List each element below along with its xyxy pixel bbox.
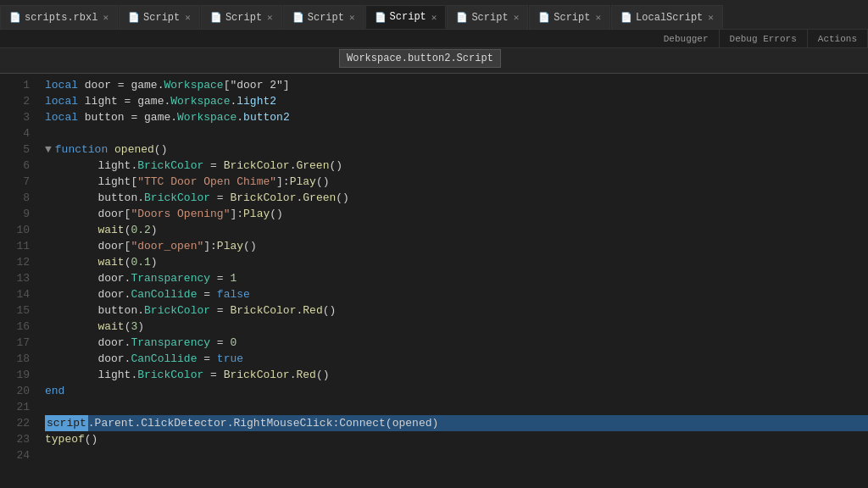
tab-label: Script [554,12,590,24]
close-icon[interactable]: ✕ [349,12,355,23]
line-num: 13 [0,270,30,286]
code-line-4 [45,125,868,141]
line-num: 3 [0,109,30,125]
line-num: 21 [0,399,30,415]
code-line-14: door.CanCollide = false [45,286,868,302]
line-num: 24 [0,447,30,463]
line-num: 7 [0,174,30,190]
tab-scripts-rbxl[interactable]: 📄 scripts.rbxl ✕ [0,5,118,29]
close-icon[interactable]: ✕ [185,12,191,23]
tab-localscript[interactable]: 📄 LocalScript ✕ [611,5,723,29]
code-line-12: wait(0.1) [45,254,868,270]
script-icon: 📄 [210,12,222,23]
close-icon[interactable]: ✕ [431,12,437,23]
line-num: 4 [0,125,30,141]
code-line-5: ▼function opened() [45,141,868,158]
tab-label: Script [225,12,262,24]
code-line-10: wait(0.2) [45,222,868,238]
line-numbers: 1 2 3 4 5 6 7 8 9 10 11 12 13 14 15 16 1… [0,74,38,488]
tab-label: Script [143,12,180,24]
line-num: 17 [0,335,30,351]
actions-section: Actions [808,30,868,47]
code-line-18: door.CanCollide = true [45,351,868,367]
line-num: 20 [0,383,30,399]
tab-label: Script [471,12,508,24]
tab-script-3[interactable]: 📄 Script ✕ [283,5,364,29]
code-line-19: light.BrickColor = BrickColor.Red() [45,367,868,383]
tab-script-4-active[interactable]: 📄 Script ✕ [365,5,447,29]
code-line-21 [45,399,868,415]
code-line-9: door["Doors Opening"]:Play() [45,206,868,222]
script-icon: 📄 [292,12,304,23]
script-icon: 📄 [456,12,468,23]
editor-area: 1 2 3 4 5 6 7 8 9 10 11 12 13 14 15 16 1… [0,74,868,488]
line-num: 14 [0,286,30,302]
code-line-6: light.BrickColor = BrickColor.Green() [45,158,868,174]
debug-errors-label: Debug Errors [730,34,797,44]
tab-script-1[interactable]: 📄 Script ✕ [119,5,200,29]
code-line-8: button.BrickColor = BrickColor.Green() [45,190,868,206]
code-line-24 [45,447,868,463]
line-num: 18 [0,351,30,367]
line-num: 9 [0,206,30,222]
close-icon[interactable]: ✕ [595,12,601,23]
code-line-2: local light = game.Workspace.light2 [45,93,868,109]
debugger-section: Debugger [654,30,720,47]
line-num: 1 [0,77,30,93]
tab-label: scripts.rbxl [25,12,97,24]
tab-script-6[interactable]: 📄 Script ✕ [529,5,610,29]
line-num: 19 [0,367,30,383]
code-line-16: wait(3) [45,319,868,335]
code-line-15: button.BrickColor = BrickColor.Red() [45,302,868,319]
file-icon: 📄 [9,12,21,23]
line-num: 8 [0,190,30,206]
top-tab-bar: 📄 scripts.rbxl ✕ 📄 Script ✕ 📄 Script ✕ 📄… [0,0,868,30]
tab-label: Script [390,11,426,23]
tooltip: Workspace.button2.Script [339,49,501,68]
tab-label: LocalScript [636,12,703,24]
localscript-icon: 📄 [620,12,632,23]
close-icon[interactable]: ✕ [267,12,273,23]
line-num: 22 [0,415,30,431]
code-line-3: local button = game.Workspace.button2 [45,109,868,125]
actions-label: Actions [818,34,857,44]
line-num: 5 [0,141,30,158]
tooltip-text: Workspace.button2.Script [347,53,493,64]
line-num: 11 [0,238,30,254]
line-num: 16 [0,319,30,335]
code-line-22: script.Parent.ClickDetector.RightMouseCl… [45,415,868,431]
line-num: 15 [0,302,30,319]
tab-script-5[interactable]: 📄 Script ✕ [447,5,528,29]
code-line-20: end [45,383,868,399]
code-line-7: light["TTC Door Open Chime"]:Play() [45,174,868,190]
close-icon[interactable]: ✕ [514,12,520,23]
debug-errors-section: Debug Errors [720,30,808,47]
header-row: Debugger Debug Errors Actions [0,30,868,48]
code-line-11: door["door_open"]:Play() [45,238,868,254]
line-num: 23 [0,431,30,447]
tab-script-2[interactable]: 📄 Script ✕ [201,5,282,29]
code-line-23: typeof() [45,431,868,447]
tab-label: Script [308,12,344,24]
code-line-13: door.Transparency = 1 [45,270,868,286]
script-icon: 📄 [128,12,140,23]
script-icon: 📄 [375,12,387,23]
code-line-17: door.Transparency = 0 [45,335,868,351]
script-icon: 📄 [538,12,550,23]
code-line-1: local door = game.Workspace["door 2"] [45,77,868,93]
code-editor[interactable]: local door = game.Workspace["door 2"] lo… [38,74,868,488]
line-num: 6 [0,158,30,174]
line-num: 12 [0,254,30,270]
debugger-label: Debugger [664,34,709,44]
line-num: 10 [0,222,30,238]
line-num: 2 [0,93,30,109]
close-icon[interactable]: ✕ [708,12,714,23]
close-icon[interactable]: ✕ [103,12,108,23]
